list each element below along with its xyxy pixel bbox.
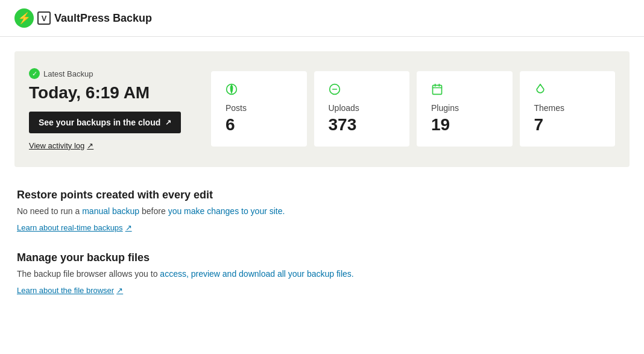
learn-file-browser-link[interactable]: Learn about the file browser ↗ [17, 286, 123, 295]
svg-rect-2 [433, 86, 442, 95]
themes-value: 7 [534, 115, 601, 134]
stats-cards: Posts 6 Uploads 373 Plugins 19 Themes 7 [211, 71, 615, 147]
restore-points-section: Restore points created with every edit N… [17, 189, 627, 232]
posts-icon [226, 83, 292, 98]
changes-link[interactable]: you make changes to your site. [168, 206, 285, 216]
view-activity-log-link[interactable]: View activity log ↗ [29, 141, 93, 150]
header: ⚡ V VaultPress Backup [0, 0, 644, 37]
vaultpress-bolt-icon: ⚡ [14, 8, 34, 28]
backup-panel: ✓ Latest Backup Today, 6:19 AM See your … [14, 51, 630, 167]
external-link-icon: ↗ [87, 141, 93, 150]
plugins-value: 19 [431, 115, 498, 134]
stat-card-themes: Themes 7 [520, 71, 616, 147]
see-backups-in-cloud-button[interactable]: See your backups in the cloud ↗ [29, 112, 181, 133]
logo-text: VaultPress Backup [54, 12, 152, 25]
backup-time: Today, 6:19 AM [29, 83, 192, 103]
manage-backup-files-section: Manage your backup files The backup file… [17, 251, 627, 295]
stat-card-uploads: Uploads 373 [314, 71, 410, 147]
uploads-icon [329, 83, 396, 98]
main-content: ✓ Latest Backup Today, 6:19 AM See your … [0, 37, 644, 329]
latest-backup-label: ✓ Latest Backup [29, 68, 192, 79]
themes-label: Themes [534, 103, 601, 113]
posts-label: Posts [226, 103, 292, 113]
file-browser-action-link[interactable]: access, preview and download all your ba… [160, 269, 353, 279]
uploads-value: 373 [329, 115, 396, 134]
stat-card-plugins: Plugins 19 [417, 71, 513, 147]
external-link-icon: ↗ [116, 286, 123, 295]
stat-card-posts: Posts 6 [211, 71, 307, 147]
posts-value: 6 [226, 115, 292, 134]
manage-backup-files-title: Manage your backup files [17, 251, 627, 264]
manage-backup-files-desc: The backup file browser allows you to ac… [17, 268, 627, 280]
plugins-icon [431, 83, 498, 98]
info-sections: Restore points created with every edit N… [14, 189, 630, 295]
logo-area: ⚡ V VaultPress Backup [14, 8, 152, 28]
external-link-icon: ↗ [165, 118, 171, 127]
learn-realtime-backups-link[interactable]: Learn about real-time backups ↗ [17, 223, 132, 232]
plugins-label: Plugins [431, 103, 498, 113]
check-circle-icon: ✓ [29, 68, 40, 79]
external-link-icon: ↗ [125, 223, 132, 232]
restore-points-desc: No need to run a manual backup before yo… [17, 205, 627, 218]
vaultpress-v-icon: V [37, 11, 51, 25]
restore-points-title: Restore points created with every edit [17, 189, 627, 201]
uploads-label: Uploads [329, 103, 396, 113]
themes-icon [534, 83, 601, 98]
backup-info: ✓ Latest Backup Today, 6:19 AM See your … [29, 68, 192, 150]
manual-backup-link[interactable]: manual backup [82, 206, 139, 216]
